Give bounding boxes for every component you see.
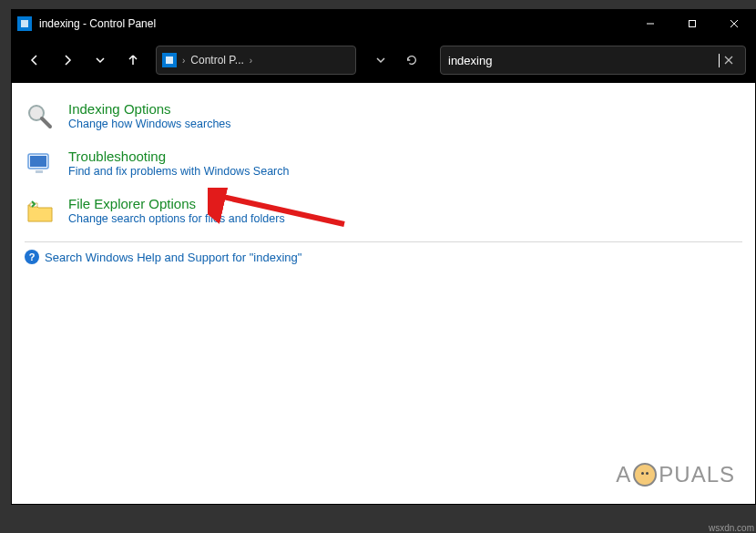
- result-title[interactable]: Troubleshooting: [68, 149, 289, 164]
- svg-line-9: [42, 118, 50, 127]
- control-panel-icon: [162, 53, 177, 67]
- help-search-row[interactable]: ? Search Windows Help and Support for "i…: [25, 250, 742, 264]
- magnifier-icon: [25, 101, 56, 132]
- result-troubleshooting[interactable]: Troubleshooting Find and fix problems wi…: [25, 147, 742, 181]
- watermark-post: PUALS: [659, 462, 735, 487]
- svg-rect-11: [30, 156, 46, 167]
- troubleshoot-icon: [25, 149, 56, 179]
- recent-dropdown-button[interactable]: [87, 46, 114, 74]
- toolbar: › Control P... ›: [12, 37, 755, 83]
- breadcrumb-control-panel[interactable]: Control P...: [190, 54, 243, 67]
- folder-options-icon: [25, 196, 56, 227]
- source-credit: wsxdn.com: [709, 523, 754, 533]
- clear-search-button[interactable]: [720, 55, 738, 66]
- forward-button[interactable]: [54, 46, 81, 74]
- address-dropdown-button[interactable]: [367, 46, 394, 74]
- refresh-button[interactable]: [398, 46, 425, 74]
- chevron-right-icon: ›: [250, 56, 252, 66]
- result-title[interactable]: File Explorer Options: [68, 196, 285, 211]
- result-text: Troubleshooting Find and fix problems wi…: [68, 149, 289, 179]
- window-title: indexing - Control Panel: [39, 17, 156, 30]
- watermark-face-icon: [633, 463, 657, 487]
- result-title[interactable]: Indexing Options: [68, 101, 231, 117]
- help-search-link[interactable]: Search Windows Help and Support for "ind…: [45, 251, 301, 264]
- result-file-explorer-options[interactable]: File Explorer Options Change search opti…: [25, 194, 742, 229]
- address-bar[interactable]: › Control P... ›: [156, 46, 356, 75]
- chevron-right-icon: ›: [182, 56, 185, 66]
- svg-rect-0: [21, 20, 28, 27]
- minimize-button[interactable]: [629, 10, 671, 37]
- search-input[interactable]: [448, 54, 720, 67]
- back-button[interactable]: [21, 46, 48, 74]
- control-panel-window: indexing - Control Panel: [11, 9, 756, 505]
- window-controls: [629, 10, 755, 37]
- titlebar: indexing - Control Panel: [12, 10, 755, 37]
- close-button[interactable]: [713, 10, 755, 37]
- search-bar[interactable]: [440, 46, 746, 75]
- watermark: A PUALS: [616, 462, 735, 487]
- result-description[interactable]: Find and fix problems with Windows Searc…: [68, 165, 289, 178]
- result-description[interactable]: Change search options for files and fold…: [68, 212, 285, 225]
- svg-rect-12: [36, 170, 43, 173]
- result-text: Indexing Options Change how Windows sear…: [68, 101, 231, 132]
- result-indexing-options[interactable]: Indexing Options Change how Windows sear…: [25, 99, 742, 134]
- up-button[interactable]: [119, 46, 147, 74]
- divider: [25, 241, 742, 242]
- maximize-button[interactable]: [671, 10, 713, 37]
- result-description[interactable]: Change how Windows searches: [68, 118, 231, 130]
- control-panel-icon: [17, 16, 32, 31]
- help-icon: ?: [25, 250, 39, 264]
- address-actions: [367, 46, 425, 74]
- svg-rect-5: [166, 56, 173, 64]
- watermark-pre: A: [616, 462, 631, 487]
- content-area: Indexing Options Change how Windows sear…: [12, 83, 755, 504]
- svg-rect-2: [690, 21, 696, 27]
- result-text: File Explorer Options Change search opti…: [68, 196, 285, 227]
